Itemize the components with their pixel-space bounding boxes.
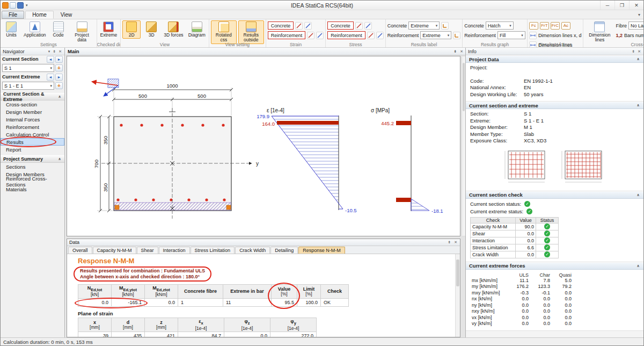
tab-detailing[interactable]: Detailing [270,247,298,254]
data-close-icon[interactable]: ✕ [453,240,458,244]
tab-home[interactable]: Home [25,11,54,19]
status-text: Calculation duration: 0 min, 0 s, 153 ms [3,339,93,345]
project-summary-header[interactable]: Project Summary ∧ [1,155,64,163]
results-label-concrete-select[interactable]: Extreme▾ [408,21,440,30]
ribbon-group-results-label: Concrete Extreme▾ Reinforcement Extreme▾… [386,19,463,47]
stress-reinforcement-button[interactable]: Reinforcement [327,31,365,39]
section-extreme-header[interactable]: Current Section & Extreme ∧ [1,93,64,100]
sidebar-item-report[interactable]: Report [1,146,64,153]
minimize-button[interactable]: ─ [600,1,614,10]
strain-concrete-button[interactable]: Concrete [268,21,294,30]
stress-concrete-remove-icon[interactable] [364,22,372,30]
dim-half-left-label: 500 [138,93,147,99]
tab-file[interactable]: File [2,11,24,19]
view-3d-forces-button[interactable]: 3D forces [162,20,185,39]
main-close-icon[interactable]: ✕ [459,49,464,54]
info-close-icon[interactable]: ✕ [637,49,641,54]
dimension-lines-xd-label[interactable]: Dimension lines x, d [538,33,582,38]
force-frt-button[interactable]: FrT [540,22,549,30]
sidebar-item-sections[interactable]: Sections [1,163,64,170]
tab-response-nmm[interactable]: Response N-M-M [298,247,345,254]
new-file-icon[interactable] [10,2,16,9]
results-outside-button[interactable]: Results outside [238,20,264,44]
col-ex: εx[1e-4] [178,318,224,332]
current-section-header[interactable]: Current section and extreme ∧ [466,102,643,109]
strain-reinforcement-button[interactable]: Reinforcement [268,31,306,39]
tab-shear[interactable]: Shear [137,247,158,254]
save-icon[interactable] [17,2,24,9]
results-graph-concrete-select[interactable]: Hatch▾ [486,21,514,30]
stress-concrete-button[interactable]: Concrete [327,21,354,30]
results-label-concrete-extra-icon[interactable] [441,22,449,30]
sidebar-item-design-member[interactable]: Design Member [1,108,64,116]
sidebar-item-results[interactable]: Results [1,138,64,146]
tab-interaction[interactable]: Interaction [159,247,190,254]
close-button[interactable]: ✕ [629,1,643,10]
extreme-forces-header[interactable]: Current extreme forces ∧ [466,262,643,270]
checked-extreme-button[interactable]: Extreme [99,20,119,39]
rotated-css-button[interactable]: Rotated css [211,20,237,44]
stress-reinforcement-remove-icon[interactable] [376,32,384,39]
drawing-canvas[interactable]: 1000 500 500 700 350 350 [67,56,460,236]
section-check-header[interactable]: Current section check ∧ [466,191,643,199]
current-extreme-value: S 1 - E 1 [4,83,23,89]
sidebar-item-materials[interactable]: Materials [1,185,64,193]
restore-button[interactable]: ❐ [614,1,629,10]
results-label-reinforcement-select[interactable]: Extreme▾ [420,31,451,39]
results-graph-reinforcement-select[interactable]: Fill▾ [497,31,525,39]
prev-extreme-button[interactable]: ◄ [47,74,54,81]
data-pin-icon[interactable]: ⇟ [447,240,451,244]
results-label-reinforcement-value: Extreme [422,33,441,38]
current-section-select[interactable]: S 1▾ [2,64,54,72]
tab-overall[interactable]: Overall [68,247,92,254]
cell-medy: -165.1 [112,299,145,307]
project-summary-header-label: Project Summary [3,156,43,162]
next-section-button[interactable]: ► [55,56,63,63]
force-ac-button[interactable]: Ac [561,22,570,30]
sidebar-item-calculation-control[interactable]: Calculation Control [1,131,64,138]
view-2d-button[interactable]: 2D [122,20,141,39]
navigator-dropdown-icon[interactable]: ▾ [48,49,51,54]
units-button[interactable]: Units [2,20,20,39]
ribbon-collapse-icon[interactable]: ▾ [638,12,640,17]
diagram-button[interactable]: Diagram [187,20,207,39]
strain-reinforcement-remove-icon[interactable] [316,32,324,39]
tab-capacity-nmm[interactable]: Capacity N-M-M [93,247,136,254]
sidebar-item-reinforcement[interactable]: Reinforcement [1,123,64,131]
sidebar-item-internal-forces[interactable]: Internal Forces [1,116,64,123]
response-heading: Response N-M-M [78,257,452,265]
strain-concrete-add-icon[interactable] [295,22,303,30]
force-frc-button[interactable]: FrC [551,22,560,30]
prev-section-button[interactable]: ◄ [47,56,54,63]
data-scrollbar[interactable] [455,254,460,337]
navigator-pin-icon[interactable]: ⇟ [52,49,56,54]
add-section-button[interactable]: + [55,64,63,71]
info-pin-icon[interactable]: ⇟ [631,49,635,54]
qat-dropdown-icon[interactable]: ▾ [25,3,29,8]
next-extreme-button[interactable]: ► [55,74,63,81]
project-data-button[interactable]: Project data [69,20,95,44]
check-icon: ✓ [544,224,550,229]
stress-reinforcement-add-icon[interactable] [367,32,375,39]
cs-dimension-lines-button[interactable]: Dimension lines [585,20,614,44]
tab-crack-width[interactable]: Crack Width [235,247,270,254]
sidebar-item-cross-section[interactable]: Cross-section [1,100,64,108]
add-extreme-button[interactable]: + [55,82,63,89]
view-3d-button[interactable]: 3D [142,20,160,39]
tab-view[interactable]: View [54,11,79,19]
bars-numbers-label[interactable]: Bars numbers [624,33,643,38]
navigator-close-icon[interactable]: ✕ [58,49,62,54]
code-button[interactable]: Code [49,20,68,39]
strain-concrete-remove-icon[interactable] [304,22,312,30]
main-pin-icon[interactable]: ⇟ [453,49,457,54]
project-data-header[interactable]: Project Data ∧ [466,55,643,63]
force-fc-button[interactable]: Fc [529,22,538,30]
current-extreme-select[interactable]: S 1 - E 1▾ [2,82,54,90]
application-button[interactable]: Application [22,20,48,39]
tab-stress-limitation[interactable]: Stress Limitation [191,247,235,254]
stress-concrete-add-icon[interactable] [355,22,363,30]
sidebar-item-reinforced-cross-sections[interactable]: Reinforced Cross-Sections [1,178,64,185]
strain-reinforcement-add-icon[interactable] [307,32,314,39]
fibre-select[interactable]: No Label▾ [628,21,643,30]
results-label-reinforcement-extra-icon[interactable] [453,32,460,39]
